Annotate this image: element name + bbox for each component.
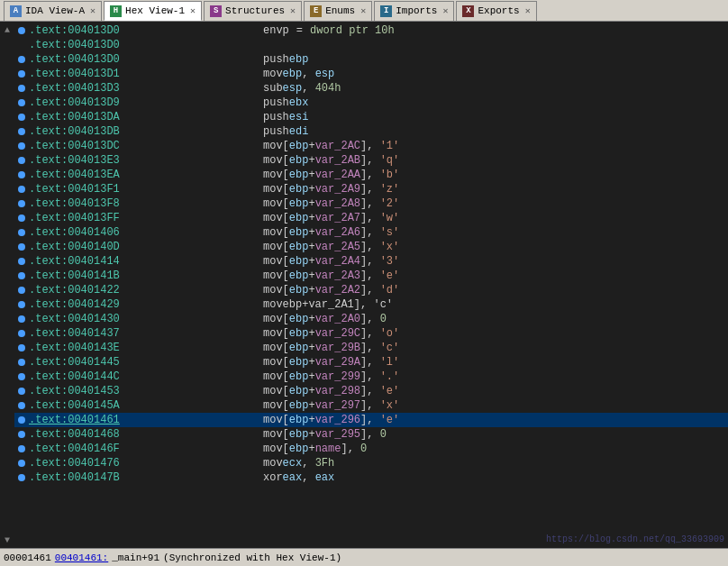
- line-operand: [ebp+var_2AB], 'q': [283, 154, 400, 167]
- code-line[interactable]: .text:004013DCmov[ebp+var_2AC], '1': [14, 139, 728, 153]
- line-mnemonic: push: [155, 53, 289, 66]
- line-operand: [ebp+var_2A0], 0: [283, 313, 387, 325]
- code-line[interactable]: .text:0040143Emov[ebp+var_29B], 'c': [14, 341, 728, 355]
- code-line[interactable]: .text:0040140Dmov[ebp+var_2A5], 'x': [14, 240, 728, 254]
- code-line[interactable]: .text:004013DBpushedi: [14, 124, 728, 139]
- code-line[interactable]: .text:004013D3subesp, 404h: [14, 81, 728, 96]
- code-area[interactable]: .text:004013D0envp=dword ptr 10h.text:00…: [14, 22, 728, 548]
- code-line[interactable]: .text:004013D0envp=dword ptr 10h: [14, 23, 728, 38]
- code-line[interactable]: .text:0040144Cmov[ebp+var_299], '.': [14, 370, 728, 384]
- code-line[interactable]: .text:00401453mov[ebp+var_298], 'e': [14, 384, 728, 398]
- code-line[interactable]: .text:004013FFmov[ebp+var_2A7], 'w': [14, 211, 728, 225]
- tab-close-hex-view[interactable]: ✕: [190, 5, 196, 16]
- code-line[interactable]: .text:00401422mov[ebp+var_2A2], 'd': [14, 283, 728, 297]
- breakpoint-dot: [18, 402, 25, 409]
- code-line[interactable]: .text:004013EAmov[ebp+var_2AA], 'b': [14, 168, 728, 182]
- line-mnemonic: mov: [155, 140, 283, 152]
- line-mnemonic: mov: [155, 68, 283, 80]
- line-address: .text:004013DB: [29, 125, 155, 138]
- line-address: .text:00401461: [29, 414, 155, 426]
- line-address: .text:0040141B: [29, 269, 155, 282]
- line-address: .text:0040144C: [29, 370, 155, 383]
- breakpoint-dot: [18, 431, 25, 438]
- tab-imports[interactable]: I Imports ✕: [374, 1, 454, 21]
- tab-exports[interactable]: X Exports ✕: [456, 1, 536, 21]
- line-address: .text:0040140D: [29, 241, 155, 253]
- export-tab-icon: X: [462, 5, 474, 17]
- breakpoint-dot: [18, 99, 25, 106]
- breakpoint-dot: [18, 157, 25, 164]
- code-line[interactable]: .text:004013DApushesi: [14, 110, 728, 124]
- line-operand: [ebp+var_2A7], 'w': [283, 212, 400, 224]
- scroll-up-arrow[interactable]: ▲: [5, 23, 10, 38]
- tab-close-imports[interactable]: ✕: [442, 5, 448, 16]
- breakpoint-dot: [18, 215, 25, 222]
- tab-close-ida-view[interactable]: ✕: [90, 5, 96, 16]
- tab-ida-view[interactable]: A IDA View-A ✕: [4, 1, 102, 21]
- tab-hex-view[interactable]: H Hex View-1 ✕: [104, 1, 202, 21]
- line-operand: [ebp+var_295], 0: [283, 428, 387, 441]
- code-line[interactable]: .text:004013D0: [14, 38, 728, 52]
- line-address: .text:004013DA: [29, 111, 155, 123]
- code-line[interactable]: .text:00401414mov[ebp+var_2A4], '3': [14, 254, 728, 269]
- breakpoint-dot: [18, 243, 25, 251]
- tab-enums[interactable]: E Enums ✕: [304, 1, 372, 21]
- breakpoint-dot: [18, 229, 25, 236]
- tab-close-exports[interactable]: ✕: [525, 5, 531, 16]
- code-line[interactable]: .text:00401445mov[ebp+var_29A], 'l': [14, 355, 728, 370]
- line-operand: ebx: [289, 96, 309, 109]
- line-address: .text:00401453: [29, 385, 155, 397]
- code-line[interactable]: .text:00401406mov[ebp+var_2A6], 's': [14, 225, 728, 240]
- line-operand: ebp+var_2A1], 'c': [283, 298, 393, 311]
- line-mnemonic: mov: [155, 226, 283, 239]
- scroll-down-arrow[interactable]: ▼: [5, 534, 10, 548]
- tab-close-structures[interactable]: ✕: [290, 5, 296, 16]
- line-operand: [ebp+var_2A2], 'd': [283, 284, 400, 297]
- line-mnemonic: mov: [155, 356, 283, 369]
- breakpoint-dot: [18, 388, 25, 395]
- breakpoint-dot: [18, 315, 25, 323]
- code-line[interactable]: .text:0040141Bmov[ebp+var_2A3], 'e': [14, 269, 728, 283]
- code-line[interactable]: .text:004013D0pushebp: [14, 52, 728, 67]
- tab-structures[interactable]: S Structures ✕: [204, 1, 302, 21]
- code-line[interactable]: .text:004013D1movebp, esp: [14, 67, 728, 81]
- breakpoint-dot: [18, 359, 25, 366]
- code-line[interactable]: .text:004013F1mov[ebp+var_2A9], 'z': [14, 182, 728, 196]
- line-mnemonic: mov: [155, 313, 283, 325]
- code-line[interactable]: .text:00401429movebp+var_2A1], 'c': [14, 297, 728, 312]
- breakpoint-dot: [18, 460, 25, 467]
- tab-bar: A IDA View-A ✕ H Hex View-1 ✕ S Structur…: [0, 0, 728, 22]
- line-mnemonic: mov: [155, 370, 283, 383]
- code-line[interactable]: .text:00401476movecx, 3Fh: [14, 456, 728, 470]
- line-mnemonic: mov: [155, 284, 283, 297]
- line-address: .text:0040145A: [29, 399, 155, 412]
- line-operand: [ebp+var_299], '.': [283, 370, 400, 383]
- breakpoint-dot: [18, 56, 25, 63]
- code-line[interactable]: .text:00401430mov[ebp+var_2A0], 0: [14, 312, 728, 326]
- struct-tab-icon: S: [210, 5, 222, 17]
- breakpoint-dot: [18, 142, 25, 150]
- line-address: .text:0040146F: [29, 443, 155, 455]
- line-address: .text:00401414: [29, 255, 155, 268]
- code-line[interactable]: .text:0040146Fmov[ebp+name], 0: [14, 442, 728, 456]
- code-line[interactable]: .text:0040145Amov[ebp+var_297], 'x': [14, 398, 728, 413]
- code-line[interactable]: .text:004013F8mov[ebp+var_2A8], '2': [14, 196, 728, 211]
- line-mnemonic: mov: [155, 169, 283, 181]
- code-line[interactable]: .text:00401437mov[ebp+var_29C], 'o': [14, 326, 728, 341]
- line-mnemonic: push: [155, 96, 289, 109]
- line-operand: dword ptr 10h: [310, 24, 395, 37]
- line-operand: esp, 404h: [283, 82, 341, 95]
- line-operand: [ebp+var_2A8], '2': [283, 197, 400, 210]
- line-operand: [ebp+var_29C], 'o': [283, 327, 400, 340]
- code-line[interactable]: .text:00401468mov[ebp+var_295], 0: [14, 427, 728, 442]
- line-operand: [ebp+var_29A], 'l': [283, 356, 400, 369]
- code-line[interactable]: .text:004013E3mov[ebp+var_2AB], 'q': [14, 153, 728, 168]
- tab-close-enums[interactable]: ✕: [360, 5, 366, 16]
- line-mnemonic: mov: [155, 255, 283, 268]
- line-address: .text:004013D1: [29, 68, 155, 80]
- code-line[interactable]: .text:00401461mov[ebp+var_296], 'e': [14, 413, 728, 427]
- code-line[interactable]: .text:0040147Bxoreax, eax: [14, 470, 728, 485]
- line-operand: [ebp+var_2AC], '1': [283, 140, 400, 152]
- code-line[interactable]: .text:004013D9pushebx: [14, 96, 728, 110]
- line-mnemonic: push: [155, 111, 289, 123]
